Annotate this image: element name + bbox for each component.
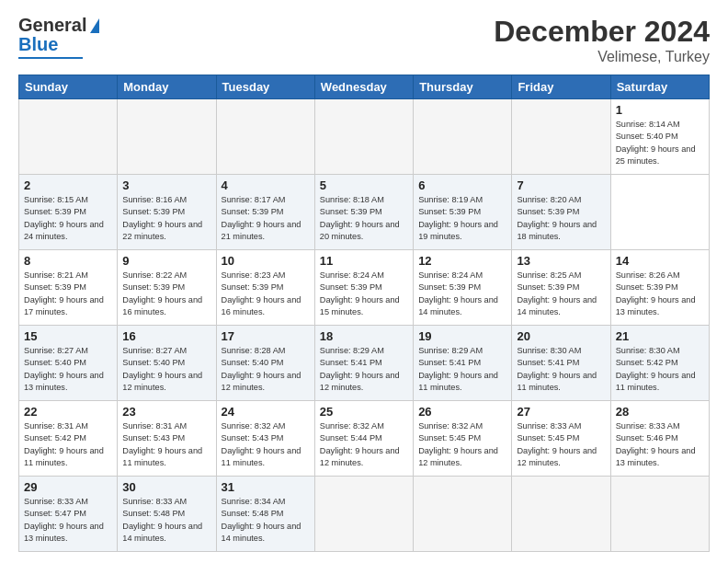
logo: General Blue: [18, 15, 99, 59]
day-number: 3: [122, 178, 210, 192]
day-number: 4: [222, 178, 310, 192]
table-row: 23Sunrise: 8:31 AMSunset: 5:43 PMDayligh…: [118, 401, 216, 477]
table-row: 7Sunrise: 8:20 AMSunset: 5:39 PMDaylight…: [512, 175, 610, 250]
table-row: [512, 477, 610, 552]
logo-underline: [18, 57, 83, 59]
calendar-header-row: Sunday Monday Tuesday Wednesday Thursday…: [19, 75, 710, 99]
table-row: 8Sunrise: 8:21 AMSunset: 5:39 PMDaylight…: [19, 250, 118, 326]
day-detail: Sunrise: 8:27 AMSunset: 5:40 PMDaylight:…: [122, 345, 210, 394]
day-number: 11: [320, 254, 408, 268]
day-number: 16: [122, 329, 210, 343]
logo-blue: Blue: [18, 34, 58, 55]
day-number: 1: [616, 103, 704, 117]
day-number: 18: [320, 329, 408, 343]
day-detail: Sunrise: 8:29 AMSunset: 5:41 PMDaylight:…: [320, 345, 408, 394]
day-detail: Sunrise: 8:19 AMSunset: 5:39 PMDaylight:…: [418, 194, 506, 243]
day-number: 30: [122, 480, 210, 494]
day-detail: Sunrise: 8:14 AMSunset: 5:40 PMDaylight:…: [616, 119, 704, 167]
day-number: 31: [222, 480, 310, 494]
day-number: 28: [616, 405, 704, 419]
table-row: 20Sunrise: 8:30 AMSunset: 5:41 PMDayligh…: [512, 326, 610, 401]
day-number: 26: [418, 405, 506, 419]
table-row: 21Sunrise: 8:30 AMSunset: 5:42 PMDayligh…: [610, 326, 709, 401]
table-row: 10Sunrise: 8:23 AMSunset: 5:39 PMDayligh…: [216, 250, 314, 326]
day-number: 5: [320, 178, 408, 192]
table-row: 19Sunrise: 8:29 AMSunset: 5:41 PMDayligh…: [414, 326, 512, 401]
table-row: 9Sunrise: 8:22 AMSunset: 5:39 PMDaylight…: [118, 250, 216, 326]
day-number: 25: [320, 405, 408, 419]
day-number: 2: [24, 178, 112, 192]
calendar-week-row: 2Sunrise: 8:15 AMSunset: 5:39 PMDaylight…: [19, 175, 710, 250]
table-row: [314, 477, 413, 552]
header: General Blue December 2024 Velimese, Tur…: [18, 15, 710, 65]
table-row: 12Sunrise: 8:24 AMSunset: 5:39 PMDayligh…: [414, 250, 512, 326]
day-number: 13: [517, 254, 605, 268]
day-detail: Sunrise: 8:24 AMSunset: 5:39 PMDaylight:…: [418, 270, 506, 318]
table-row: [216, 99, 314, 175]
day-number: 12: [418, 254, 506, 268]
table-row: 30Sunrise: 8:33 AMSunset: 5:48 PMDayligh…: [118, 477, 216, 552]
table-row: 1Sunrise: 8:14 AMSunset: 5:40 PMDaylight…: [610, 99, 709, 175]
table-row: 22Sunrise: 8:31 AMSunset: 5:42 PMDayligh…: [19, 401, 118, 477]
day-number: 7: [517, 178, 605, 192]
calendar-subtitle: Velimese, Turkey: [494, 49, 710, 65]
day-detail: Sunrise: 8:21 AMSunset: 5:39 PMDaylight:…: [24, 270, 112, 318]
day-detail: Sunrise: 8:16 AMSunset: 5:39 PMDaylight:…: [122, 194, 210, 243]
table-row: 15Sunrise: 8:27 AMSunset: 5:40 PMDayligh…: [19, 326, 118, 401]
calendar-week-row: 1Sunrise: 8:14 AMSunset: 5:40 PMDaylight…: [19, 99, 710, 175]
day-number: 14: [616, 254, 704, 268]
calendar-table: Sunday Monday Tuesday Wednesday Thursday…: [18, 75, 710, 552]
day-detail: Sunrise: 8:27 AMSunset: 5:40 PMDaylight:…: [24, 345, 112, 394]
logo-general: General: [18, 15, 86, 36]
day-number: 19: [418, 329, 506, 343]
col-thursday: Thursday: [414, 75, 512, 99]
table-row: 11Sunrise: 8:24 AMSunset: 5:39 PMDayligh…: [314, 250, 413, 326]
day-detail: Sunrise: 8:18 AMSunset: 5:39 PMDaylight:…: [320, 194, 408, 243]
logo-triangle-icon: [90, 18, 99, 33]
day-detail: Sunrise: 8:30 AMSunset: 5:42 PMDaylight:…: [616, 345, 704, 394]
table-row: 3Sunrise: 8:16 AMSunset: 5:39 PMDaylight…: [118, 175, 216, 250]
col-friday: Friday: [512, 75, 610, 99]
table-row: [512, 99, 610, 175]
day-detail: Sunrise: 8:33 AMSunset: 5:47 PMDaylight:…: [24, 496, 112, 545]
day-number: 27: [517, 405, 605, 419]
table-row: 28Sunrise: 8:33 AMSunset: 5:46 PMDayligh…: [610, 401, 709, 477]
day-number: 29: [24, 480, 112, 494]
day-detail: Sunrise: 8:30 AMSunset: 5:41 PMDaylight:…: [517, 345, 605, 394]
day-detail: Sunrise: 8:24 AMSunset: 5:39 PMDaylight:…: [320, 270, 408, 318]
table-row: [414, 477, 512, 552]
day-detail: Sunrise: 8:26 AMSunset: 5:39 PMDaylight:…: [616, 270, 704, 318]
table-row: 4Sunrise: 8:17 AMSunset: 5:39 PMDaylight…: [216, 175, 314, 250]
table-row: 26Sunrise: 8:32 AMSunset: 5:45 PMDayligh…: [414, 401, 512, 477]
col-tuesday: Tuesday: [216, 75, 314, 99]
day-number: 15: [24, 329, 112, 343]
calendar-week-row: 22Sunrise: 8:31 AMSunset: 5:42 PMDayligh…: [19, 401, 710, 477]
table-row: 18Sunrise: 8:29 AMSunset: 5:41 PMDayligh…: [314, 326, 413, 401]
day-detail: Sunrise: 8:28 AMSunset: 5:40 PMDaylight:…: [222, 345, 310, 394]
day-detail: Sunrise: 8:33 AMSunset: 5:46 PMDaylight:…: [616, 420, 704, 469]
col-wednesday: Wednesday: [314, 75, 413, 99]
day-number: 9: [122, 254, 210, 268]
table-row: 13Sunrise: 8:25 AMSunset: 5:39 PMDayligh…: [512, 250, 610, 326]
table-row: 25Sunrise: 8:32 AMSunset: 5:44 PMDayligh…: [314, 401, 413, 477]
table-row: 31Sunrise: 8:34 AMSunset: 5:48 PMDayligh…: [216, 477, 314, 552]
day-number: 22: [24, 405, 112, 419]
day-detail: Sunrise: 8:23 AMSunset: 5:39 PMDaylight:…: [222, 270, 310, 318]
day-number: 10: [222, 254, 310, 268]
table-row: 16Sunrise: 8:27 AMSunset: 5:40 PMDayligh…: [118, 326, 216, 401]
table-row: 17Sunrise: 8:28 AMSunset: 5:40 PMDayligh…: [216, 326, 314, 401]
day-detail: Sunrise: 8:31 AMSunset: 5:43 PMDaylight:…: [122, 420, 210, 469]
calendar-title: December 2024: [494, 15, 710, 49]
day-detail: Sunrise: 8:32 AMSunset: 5:45 PMDaylight:…: [418, 420, 506, 469]
table-row: [19, 99, 118, 175]
day-number: 21: [616, 329, 704, 343]
table-row: 5Sunrise: 8:18 AMSunset: 5:39 PMDaylight…: [314, 175, 413, 250]
table-row: 14Sunrise: 8:26 AMSunset: 5:39 PMDayligh…: [610, 250, 709, 326]
calendar-week-row: 29Sunrise: 8:33 AMSunset: 5:47 PMDayligh…: [19, 477, 710, 552]
day-detail: Sunrise: 8:32 AMSunset: 5:44 PMDaylight:…: [320, 420, 408, 469]
table-row: 24Sunrise: 8:32 AMSunset: 5:43 PMDayligh…: [216, 401, 314, 477]
day-number: 24: [222, 405, 310, 419]
col-monday: Monday: [118, 75, 216, 99]
day-detail: Sunrise: 8:20 AMSunset: 5:39 PMDaylight:…: [517, 194, 605, 243]
table-row: [610, 477, 709, 552]
